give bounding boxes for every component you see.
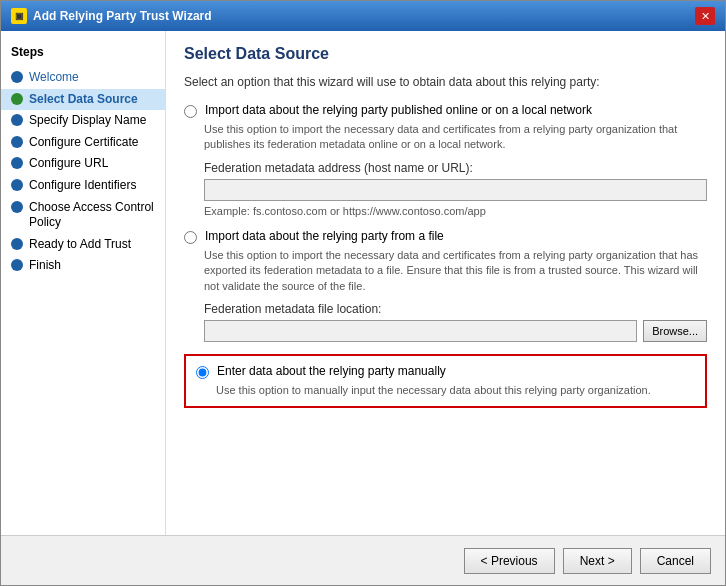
- step-dot-specify-display-name: [11, 114, 23, 126]
- option-online-description: Use this option to import the necessary …: [204, 122, 707, 153]
- step-label-welcome: Welcome: [29, 70, 79, 86]
- browse-button[interactable]: Browse...: [643, 320, 707, 342]
- option-group-file: Import data about the relying party from…: [184, 229, 707, 342]
- option-manual-description: Use this option to manually input the ne…: [216, 383, 695, 398]
- page-title: Select Data Source: [184, 45, 707, 63]
- step-dot-select-data-source: [11, 93, 23, 105]
- step-dot-ready-to-add: [11, 238, 23, 250]
- close-button[interactable]: ✕: [695, 7, 715, 25]
- federation-address-input[interactable]: [204, 179, 707, 201]
- step-label-configure-identifiers: Configure Identifiers: [29, 178, 136, 194]
- wizard-window: ▣ Add Relying Party Trust Wizard ✕ Steps…: [0, 0, 726, 586]
- federation-address-label: Federation metadata address (host name o…: [204, 161, 707, 175]
- step-label-finish: Finish: [29, 258, 61, 274]
- option-online-row: Import data about the relying party publ…: [184, 103, 707, 118]
- step-label-configure-url: Configure URL: [29, 156, 108, 172]
- next-button[interactable]: Next >: [563, 548, 632, 574]
- step-label-ready-to-add: Ready to Add Trust: [29, 237, 131, 253]
- sidebar-item-select-data-source[interactable]: Select Data Source: [1, 89, 165, 111]
- previous-button[interactable]: < Previous: [464, 548, 555, 574]
- app-icon: ▣: [11, 8, 27, 24]
- step-dot-configure-identifiers: [11, 179, 23, 191]
- radio-option-file[interactable]: [184, 231, 197, 244]
- federation-address-example: Example: fs.contoso.com or https://www.c…: [204, 205, 707, 217]
- step-dot-welcome: [11, 71, 23, 83]
- option-online-label[interactable]: Import data about the relying party publ…: [205, 103, 592, 117]
- step-dot-configure-url: [11, 157, 23, 169]
- radio-option-online[interactable]: [184, 105, 197, 118]
- content-area: Steps Welcome Select Data Source Specify…: [1, 31, 725, 535]
- step-label-select-data-source: Select Data Source: [29, 92, 138, 108]
- steps-title: Steps: [1, 41, 165, 67]
- sidebar-item-finish[interactable]: Finish: [1, 255, 165, 277]
- title-bar-left: ▣ Add Relying Party Trust Wizard: [11, 8, 212, 24]
- step-label-configure-certificate: Configure Certificate: [29, 135, 138, 151]
- sidebar-item-configure-identifiers[interactable]: Configure Identifiers: [1, 175, 165, 197]
- step-label-choose-access-control: Choose Access Control Policy: [29, 200, 155, 231]
- cancel-button[interactable]: Cancel: [640, 548, 711, 574]
- sidebar-item-configure-url[interactable]: Configure URL: [1, 153, 165, 175]
- sidebar-item-specify-display-name[interactable]: Specify Display Name: [1, 110, 165, 132]
- sidebar-item-choose-access-control[interactable]: Choose Access Control Policy: [1, 197, 165, 234]
- sidebar-item-ready-to-add[interactable]: Ready to Add Trust: [1, 234, 165, 256]
- step-dot-finish: [11, 259, 23, 271]
- option-group-manual: Enter data about the relying party manua…: [184, 354, 707, 408]
- sidebar-item-welcome[interactable]: Welcome: [1, 67, 165, 89]
- step-dot-configure-certificate: [11, 136, 23, 148]
- radio-option-manual[interactable]: [196, 366, 209, 379]
- title-bar: ▣ Add Relying Party Trust Wizard ✕: [1, 1, 725, 31]
- option-file-row: Import data about the relying party from…: [184, 229, 707, 244]
- federation-file-input[interactable]: [204, 320, 637, 342]
- window-title: Add Relying Party Trust Wizard: [33, 9, 212, 23]
- step-dot-choose-access-control: [11, 201, 23, 213]
- federation-file-label: Federation metadata file location:: [204, 302, 707, 316]
- step-label-specify-display-name: Specify Display Name: [29, 113, 146, 129]
- option-manual-row: Enter data about the relying party manua…: [196, 364, 695, 379]
- sidebar-item-configure-certificate[interactable]: Configure Certificate: [1, 132, 165, 154]
- steps-panel: Steps Welcome Select Data Source Specify…: [1, 31, 166, 535]
- option-file-label[interactable]: Import data about the relying party from…: [205, 229, 444, 243]
- main-panel: Select Data Source Select an option that…: [166, 31, 725, 535]
- federation-address-row: [204, 179, 707, 201]
- footer: < Previous Next > Cancel: [1, 535, 725, 585]
- intro-text: Select an option that this wizard will u…: [184, 75, 707, 89]
- option-manual-label[interactable]: Enter data about the relying party manua…: [217, 364, 446, 378]
- option-file-description: Use this option to import the necessary …: [204, 248, 707, 294]
- federation-file-row: Browse...: [204, 320, 707, 342]
- option-group-online: Import data about the relying party publ…: [184, 103, 707, 217]
